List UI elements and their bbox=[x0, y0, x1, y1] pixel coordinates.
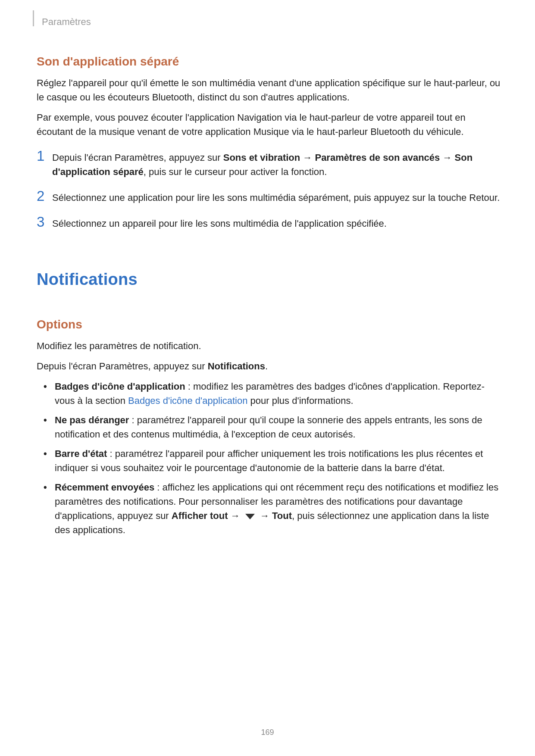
step-body: Sélectionnez un appareil pour lire les s… bbox=[52, 214, 387, 231]
breadcrumb: Paramètres bbox=[42, 16, 503, 28]
text: : paramétrez l'appareil pour afficher un… bbox=[55, 448, 483, 473]
text: , puis sur le curseur pour activer la fo… bbox=[144, 166, 327, 177]
text: Depuis l'écran Paramètres, appuyez sur bbox=[52, 152, 223, 163]
list-item-body: Barre d'état : paramétrez l'appareil pou… bbox=[55, 447, 503, 475]
step-body: Sélectionnez une application pour lire l… bbox=[52, 188, 500, 205]
text: . bbox=[265, 361, 268, 372]
step-2: 2 Sélectionnez une application pour lire… bbox=[37, 188, 503, 205]
bold-text: Paramètres de son avancés bbox=[315, 152, 440, 163]
step-1: 1 Depuis l'écran Paramètres, appuyez sur… bbox=[37, 148, 503, 179]
text: Depuis l'écran Paramètres, appuyez sur bbox=[37, 361, 208, 372]
bullet-dot: • bbox=[44, 413, 55, 428]
section-heading-separate-app-sound: Son d'application séparé bbox=[37, 53, 503, 71]
list-item-body: Ne pas déranger : paramétrez l'appareil … bbox=[55, 413, 503, 441]
list-item: • Récemment envoyées : affichez les appl… bbox=[37, 480, 503, 537]
list-item-body: Récemment envoyées : affichez les applic… bbox=[55, 480, 503, 537]
step-3: 3 Sélectionnez un appareil pour lire les… bbox=[37, 214, 503, 231]
subsection-heading-options: Options bbox=[37, 316, 503, 334]
bullet-dot: • bbox=[44, 447, 55, 461]
bold-text: Sons et vibration bbox=[223, 152, 300, 163]
list-item: • Badges d'icône d'application : modifie… bbox=[37, 379, 503, 408]
bullet-list: • Badges d'icône d'application : modifie… bbox=[37, 379, 503, 537]
header-divider bbox=[33, 10, 34, 26]
bold-text: Afficher tout bbox=[172, 510, 228, 521]
arrow: → bbox=[440, 152, 454, 163]
page-number: 169 bbox=[0, 728, 535, 737]
list-item: • Ne pas déranger : paramétrez l'apparei… bbox=[37, 413, 503, 441]
paragraph: Depuis l'écran Paramètres, appuyez sur N… bbox=[37, 359, 503, 373]
paragraph: Par exemple, vous pouvez écouter l'appli… bbox=[37, 110, 503, 139]
arrow: → bbox=[228, 510, 243, 521]
bold-text: Badges d'icône d'application bbox=[55, 381, 185, 392]
bold-text: Récemment envoyées bbox=[55, 482, 154, 493]
list-item: • Barre d'état : paramétrez l'appareil p… bbox=[37, 447, 503, 475]
arrow: → bbox=[300, 152, 315, 163]
bullet-dot: • bbox=[44, 480, 55, 495]
step-body: Depuis l'écran Paramètres, appuyez sur S… bbox=[52, 148, 503, 179]
step-number: 2 bbox=[37, 188, 52, 204]
dropdown-triangle-icon bbox=[245, 514, 255, 519]
bullet-dot: • bbox=[44, 379, 55, 394]
paragraph: Modifiez les paramètres de notification. bbox=[37, 339, 503, 353]
arrow: → bbox=[257, 510, 272, 521]
bold-text: Ne pas déranger bbox=[55, 415, 129, 425]
bold-text: Barre d'état bbox=[55, 448, 107, 459]
list-item-body: Badges d'icône d'application : modifiez … bbox=[55, 379, 503, 408]
bold-text: Tout bbox=[272, 510, 292, 521]
bold-text: Notifications bbox=[208, 361, 265, 372]
step-number: 3 bbox=[37, 214, 52, 230]
link-badges-app-icon[interactable]: Badges d'icône d'application bbox=[128, 395, 248, 406]
numbered-steps: 1 Depuis l'écran Paramètres, appuyez sur… bbox=[37, 148, 503, 231]
section-heading-notifications: Notifications bbox=[37, 267, 503, 292]
paragraph: Réglez l'appareil pour qu'il émette le s… bbox=[37, 76, 503, 104]
step-number: 1 bbox=[37, 148, 52, 164]
text: pour plus d'informations. bbox=[247, 395, 353, 406]
